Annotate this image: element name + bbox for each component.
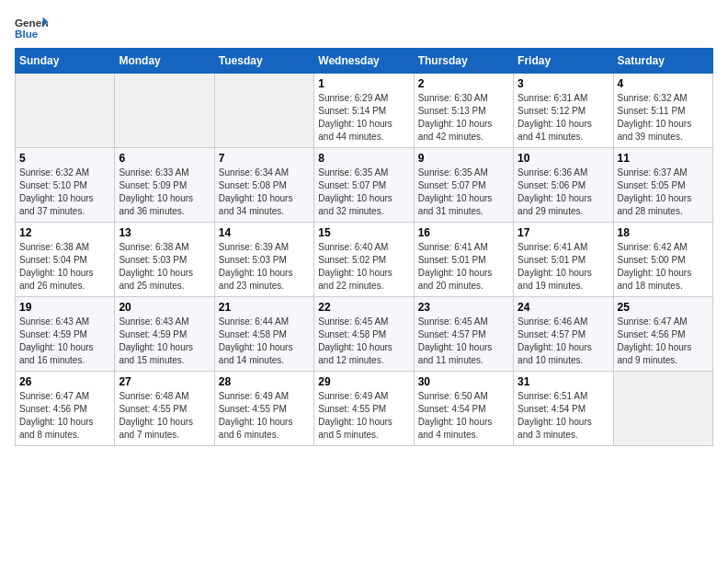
week-row-5: 26Sunrise: 6:47 AM Sunset: 4:56 PM Dayli… bbox=[16, 372, 713, 446]
calendar-table: SundayMondayTuesdayWednesdayThursdayFrid… bbox=[15, 48, 713, 446]
page-header: General Blue bbox=[15, 15, 713, 40]
week-row-2: 5Sunrise: 6:32 AM Sunset: 5:10 PM Daylig… bbox=[16, 148, 713, 223]
day-cell: 10Sunrise: 6:36 AM Sunset: 5:06 PM Dayli… bbox=[514, 148, 613, 223]
day-cell: 9Sunrise: 6:35 AM Sunset: 5:07 PM Daylig… bbox=[414, 148, 513, 223]
day-cell: 22Sunrise: 6:45 AM Sunset: 4:58 PM Dayli… bbox=[314, 297, 414, 372]
day-info: Sunrise: 6:42 AM Sunset: 5:00 PM Dayligh… bbox=[618, 241, 709, 293]
col-header-friday: Friday bbox=[514, 49, 613, 74]
day-info: Sunrise: 6:35 AM Sunset: 5:07 PM Dayligh… bbox=[318, 167, 409, 218]
day-cell: 27Sunrise: 6:48 AM Sunset: 4:55 PM Dayli… bbox=[115, 372, 214, 446]
day-info: Sunrise: 6:29 AM Sunset: 5:14 PM Dayligh… bbox=[318, 92, 409, 144]
day-number: 3 bbox=[518, 77, 609, 90]
day-info: Sunrise: 6:48 AM Sunset: 4:55 PM Dayligh… bbox=[119, 390, 210, 442]
day-info: Sunrise: 6:41 AM Sunset: 5:01 PM Dayligh… bbox=[418, 241, 509, 293]
day-cell: 21Sunrise: 6:44 AM Sunset: 4:58 PM Dayli… bbox=[214, 297, 313, 372]
day-cell: 11Sunrise: 6:37 AM Sunset: 5:05 PM Dayli… bbox=[613, 148, 712, 223]
day-number: 17 bbox=[518, 226, 609, 239]
day-cell: 7Sunrise: 6:34 AM Sunset: 5:08 PM Daylig… bbox=[214, 148, 313, 223]
day-number: 30 bbox=[418, 375, 509, 388]
day-number: 7 bbox=[219, 152, 310, 165]
day-cell: 18Sunrise: 6:42 AM Sunset: 5:00 PM Dayli… bbox=[613, 223, 712, 297]
col-header-wednesday: Wednesday bbox=[314, 49, 414, 74]
day-number: 4 bbox=[618, 77, 709, 90]
day-number: 15 bbox=[318, 226, 409, 239]
week-row-4: 19Sunrise: 6:43 AM Sunset: 4:59 PM Dayli… bbox=[16, 297, 713, 372]
day-number: 6 bbox=[119, 152, 210, 165]
day-number: 1 bbox=[318, 77, 409, 90]
day-cell: 1Sunrise: 6:29 AM Sunset: 5:14 PM Daylig… bbox=[314, 74, 414, 148]
day-info: Sunrise: 6:35 AM Sunset: 5:07 PM Dayligh… bbox=[418, 167, 509, 218]
day-info: Sunrise: 6:40 AM Sunset: 5:02 PM Dayligh… bbox=[318, 241, 409, 293]
day-number: 13 bbox=[119, 226, 210, 239]
day-cell: 5Sunrise: 6:32 AM Sunset: 5:10 PM Daylig… bbox=[16, 148, 115, 223]
day-cell: 20Sunrise: 6:43 AM Sunset: 4:59 PM Dayli… bbox=[115, 297, 214, 372]
day-info: Sunrise: 6:47 AM Sunset: 4:56 PM Dayligh… bbox=[19, 390, 110, 442]
day-cell: 17Sunrise: 6:41 AM Sunset: 5:01 PM Dayli… bbox=[514, 223, 613, 297]
day-info: Sunrise: 6:51 AM Sunset: 4:54 PM Dayligh… bbox=[518, 390, 609, 442]
day-cell bbox=[214, 74, 313, 148]
day-cell: 31Sunrise: 6:51 AM Sunset: 4:54 PM Dayli… bbox=[514, 372, 613, 446]
header-row: SundayMondayTuesdayWednesdayThursdayFrid… bbox=[16, 49, 713, 74]
day-cell: 15Sunrise: 6:40 AM Sunset: 5:02 PM Dayli… bbox=[314, 223, 414, 297]
day-number: 5 bbox=[19, 152, 110, 165]
day-info: Sunrise: 6:34 AM Sunset: 5:08 PM Dayligh… bbox=[219, 167, 310, 218]
day-cell: 13Sunrise: 6:38 AM Sunset: 5:03 PM Dayli… bbox=[115, 223, 214, 297]
day-number: 23 bbox=[418, 301, 509, 314]
day-cell: 12Sunrise: 6:38 AM Sunset: 5:04 PM Dayli… bbox=[16, 223, 115, 297]
day-cell: 28Sunrise: 6:49 AM Sunset: 4:55 PM Dayli… bbox=[214, 372, 313, 446]
day-info: Sunrise: 6:37 AM Sunset: 5:05 PM Dayligh… bbox=[618, 167, 709, 218]
day-number: 16 bbox=[418, 226, 509, 239]
day-info: Sunrise: 6:32 AM Sunset: 5:11 PM Dayligh… bbox=[618, 92, 709, 144]
day-info: Sunrise: 6:30 AM Sunset: 5:13 PM Dayligh… bbox=[418, 92, 509, 144]
day-number: 29 bbox=[318, 375, 409, 388]
day-cell: 2Sunrise: 6:30 AM Sunset: 5:13 PM Daylig… bbox=[414, 74, 513, 148]
day-cell bbox=[115, 74, 214, 148]
logo: General Blue bbox=[15, 15, 48, 40]
col-header-thursday: Thursday bbox=[414, 49, 513, 74]
day-number: 24 bbox=[518, 301, 609, 314]
day-cell: 23Sunrise: 6:45 AM Sunset: 4:57 PM Dayli… bbox=[414, 297, 513, 372]
day-cell: 26Sunrise: 6:47 AM Sunset: 4:56 PM Dayli… bbox=[16, 372, 115, 446]
day-cell: 8Sunrise: 6:35 AM Sunset: 5:07 PM Daylig… bbox=[314, 148, 414, 223]
day-number: 22 bbox=[318, 301, 409, 314]
day-info: Sunrise: 6:41 AM Sunset: 5:01 PM Dayligh… bbox=[518, 241, 609, 293]
day-number: 11 bbox=[618, 152, 709, 165]
day-info: Sunrise: 6:36 AM Sunset: 5:06 PM Dayligh… bbox=[518, 167, 609, 218]
day-info: Sunrise: 6:44 AM Sunset: 4:58 PM Dayligh… bbox=[219, 316, 310, 367]
day-cell bbox=[16, 74, 115, 148]
col-header-saturday: Saturday bbox=[613, 49, 712, 74]
day-info: Sunrise: 6:45 AM Sunset: 4:58 PM Dayligh… bbox=[318, 316, 409, 367]
day-cell: 25Sunrise: 6:47 AM Sunset: 4:56 PM Dayli… bbox=[613, 297, 712, 372]
day-cell: 16Sunrise: 6:41 AM Sunset: 5:01 PM Dayli… bbox=[414, 223, 513, 297]
day-info: Sunrise: 6:50 AM Sunset: 4:54 PM Dayligh… bbox=[418, 390, 509, 442]
day-cell: 4Sunrise: 6:32 AM Sunset: 5:11 PM Daylig… bbox=[613, 74, 712, 148]
day-number: 27 bbox=[119, 375, 210, 388]
day-info: Sunrise: 6:31 AM Sunset: 5:12 PM Dayligh… bbox=[518, 92, 609, 144]
week-row-3: 12Sunrise: 6:38 AM Sunset: 5:04 PM Dayli… bbox=[16, 223, 713, 297]
day-number: 12 bbox=[19, 226, 110, 239]
day-number: 28 bbox=[219, 375, 310, 388]
day-info: Sunrise: 6:32 AM Sunset: 5:10 PM Dayligh… bbox=[19, 167, 110, 218]
day-cell: 30Sunrise: 6:50 AM Sunset: 4:54 PM Dayli… bbox=[414, 372, 513, 446]
day-number: 9 bbox=[418, 152, 509, 165]
day-number: 25 bbox=[618, 301, 709, 314]
col-header-sunday: Sunday bbox=[16, 49, 115, 74]
day-number: 19 bbox=[19, 301, 110, 314]
day-cell: 29Sunrise: 6:49 AM Sunset: 4:55 PM Dayli… bbox=[314, 372, 414, 446]
col-header-tuesday: Tuesday bbox=[214, 49, 313, 74]
day-info: Sunrise: 6:39 AM Sunset: 5:03 PM Dayligh… bbox=[219, 241, 310, 293]
day-cell: 19Sunrise: 6:43 AM Sunset: 4:59 PM Dayli… bbox=[16, 297, 115, 372]
day-number: 21 bbox=[219, 301, 310, 314]
day-info: Sunrise: 6:33 AM Sunset: 5:09 PM Dayligh… bbox=[119, 167, 210, 218]
day-info: Sunrise: 6:43 AM Sunset: 4:59 PM Dayligh… bbox=[19, 316, 110, 367]
day-number: 18 bbox=[618, 226, 709, 239]
day-info: Sunrise: 6:38 AM Sunset: 5:03 PM Dayligh… bbox=[119, 241, 210, 293]
day-info: Sunrise: 6:46 AM Sunset: 4:57 PM Dayligh… bbox=[518, 316, 609, 367]
day-cell bbox=[613, 372, 712, 446]
logo-icon: General Blue bbox=[15, 15, 48, 40]
day-cell: 3Sunrise: 6:31 AM Sunset: 5:12 PM Daylig… bbox=[514, 74, 613, 148]
day-number: 20 bbox=[119, 301, 210, 314]
day-number: 10 bbox=[518, 152, 609, 165]
day-cell: 6Sunrise: 6:33 AM Sunset: 5:09 PM Daylig… bbox=[115, 148, 214, 223]
day-info: Sunrise: 6:38 AM Sunset: 5:04 PM Dayligh… bbox=[19, 241, 110, 293]
